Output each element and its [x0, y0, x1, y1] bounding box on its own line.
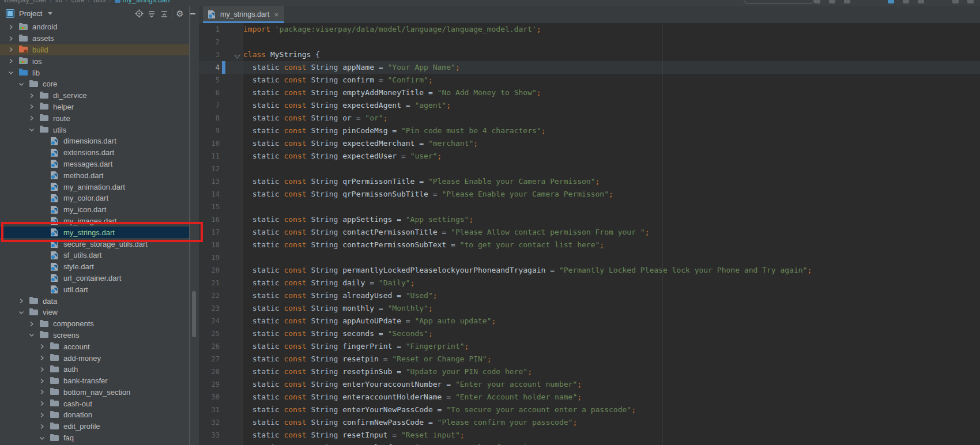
tree-item-account[interactable]: account [0, 341, 189, 352]
code-line-24[interactable]: 24 static const String appAutoUPdate = "… [199, 315, 980, 327]
chevron-down-icon[interactable] [29, 332, 35, 338]
chevron-down-icon[interactable] [48, 12, 52, 15]
breadcrumb-segment[interactable]: utils [93, 0, 105, 4]
code-line-27[interactable]: 27 static const String resetpin = "Reset… [199, 353, 980, 365]
tree-item-donation[interactable]: donation [0, 409, 189, 421]
chevron-right-icon[interactable] [39, 424, 45, 429]
tree-item-build[interactable]: build [0, 44, 189, 56]
code-line-25[interactable]: 25 static const String seconds = "Second… [199, 327, 980, 340]
fold-marker-icon[interactable] [234, 52, 240, 61]
code-line-20[interactable]: 20 static const String permantlyLockedPl… [199, 264, 980, 277]
code-line-1[interactable]: 1import 'package:viserpay/data/model/lan… [199, 23, 980, 36]
breadcrumb-segment[interactable]: core [71, 0, 84, 4]
chevron-down-icon[interactable] [39, 435, 45, 441]
code-line-13[interactable]: 13 static const String qrPermissonTitle … [199, 175, 980, 188]
code-line-15[interactable]: 15 [199, 201, 980, 213]
tree-item-url-container-dart[interactable]: url_container.dart [0, 273, 189, 284]
chevron-right-icon[interactable] [39, 389, 45, 395]
tree-item-di-service[interactable]: di_service [0, 90, 189, 101]
code-line-28[interactable]: 28 static const String resetpinSub = "Up… [199, 365, 980, 378]
tree-item-core[interactable]: core [0, 78, 189, 90]
code-line-14[interactable]: 14 static const String qrPermissonSubTit… [199, 188, 980, 201]
code-line-8[interactable]: 8 static const String or = "or"; [199, 112, 980, 125]
expand-all-button[interactable] [145, 7, 158, 20]
tree-item-components[interactable]: components [0, 318, 189, 330]
chevron-right-icon[interactable] [39, 355, 45, 361]
code-line-3[interactable]: 3class MyStrings { [199, 48, 980, 61]
tree-item-my-color-dart[interactable]: my_color.dart [0, 193, 189, 204]
tree-item-data[interactable]: data [0, 295, 189, 307]
tree-item-lib[interactable]: lib [0, 67, 189, 78]
tree-item-auth[interactable]: auth [0, 364, 189, 375]
stop-button-icon[interactable] [903, 0, 909, 3]
tab-my-strings-dart[interactable]: my_strings.dart × [203, 6, 284, 23]
tree-item-utils[interactable]: utils [0, 124, 189, 135]
breadcrumb-segment[interactable]: lib [55, 0, 62, 4]
tree-item-edit-profile[interactable]: edit_profile [0, 421, 189, 432]
code-line-12[interactable]: 12 [199, 163, 980, 175]
tree-item-bank-transfer[interactable]: bank-transfer [0, 375, 189, 387]
tree-item-bottom-nav-section[interactable]: bottom_nav_section [0, 387, 189, 398]
chevron-right-icon[interactable] [39, 401, 45, 406]
code-line-11[interactable]: 11 static const String expectedUser = "u… [199, 150, 980, 163]
tree-item-secure-storage-utils-dart[interactable]: secure_storage_utils.dart [0, 238, 189, 250]
tree-item-ios[interactable]: ios [0, 55, 189, 67]
project-panel-title[interactable]: Project [19, 9, 42, 18]
chevron-right-icon[interactable] [8, 47, 14, 52]
code-line-23[interactable]: 23 static const String monthly = "Monthl… [199, 302, 980, 315]
chevron-down-icon[interactable] [18, 81, 24, 87]
chevron-down-icon[interactable] [29, 127, 35, 133]
tree-item-faq[interactable]: faq [0, 432, 189, 444]
code-line-10[interactable]: 10 static const String expectedMerchant … [199, 137, 980, 150]
chevron-right-icon[interactable] [8, 36, 14, 42]
chevron-right-icon[interactable] [39, 344, 45, 349]
breadcrumb[interactable]: viserpay_user/lib/core/utils/my_strings.… [3, 0, 170, 4]
chevron-right-icon[interactable] [29, 104, 35, 110]
tree-item-messages-dart[interactable]: messages.dart [0, 159, 189, 170]
run-button-icon[interactable] [814, 0, 820, 3]
profile-button-icon[interactable] [844, 0, 850, 3]
tree-item-my-images-dart[interactable]: my_images.dart [0, 216, 189, 227]
code-line-5[interactable]: 5 static const String confirm = "Confirm… [199, 74, 980, 86]
tree-item-route[interactable]: route [0, 112, 189, 124]
code-line-22[interactable]: 22 static const String alreadyUsed = "Us… [199, 289, 980, 302]
tree-item-android[interactable]: android [0, 21, 189, 33]
tree-item-dimensions-dart[interactable]: dimensions.dart [0, 135, 189, 147]
chevron-right-icon[interactable] [29, 93, 35, 99]
debug-button-icon[interactable] [829, 0, 835, 3]
code-line-33[interactable]: 33 static const String resetInput = "Res… [199, 429, 980, 442]
settings-toolbar-icon[interactable] [967, 0, 974, 3]
chevron-right-icon[interactable] [18, 298, 24, 304]
tree-item-my-animation-dart[interactable]: my_animation.dart [0, 181, 189, 193]
chevron-right-icon[interactable] [29, 321, 35, 327]
code-line-32[interactable]: 32 static const String confirmNewPassCod… [199, 416, 980, 429]
chevron-down-icon[interactable] [18, 310, 24, 315]
attach-debugger-icon[interactable] [888, 0, 894, 3]
code-line-21[interactable]: 21 static const String daily = "Daily"; [199, 277, 980, 289]
breadcrumb-file[interactable]: my_strings.dart [123, 0, 170, 4]
code-line-29[interactable]: 29 static const String enterYouraccountN… [199, 378, 980, 391]
chevron-right-icon[interactable] [29, 115, 35, 121]
tree-item-style-dart[interactable]: style.dart [0, 261, 189, 273]
code-line-4[interactable]: 4 static const String appName = "Your Ap… [199, 61, 980, 74]
code-line-17[interactable]: 17 static const String contactPermissonT… [199, 226, 980, 239]
tree-item-assets[interactable]: assets [0, 33, 189, 44]
code-line-9[interactable]: 9 static const String pinCodeMsg = "Pin … [199, 125, 980, 137]
code-line-6[interactable]: 6 static const String emptyAddMoneyTitle… [199, 86, 980, 99]
tree-item-my-strings-dart[interactable]: my_strings.dart [0, 227, 189, 238]
tree-item-view[interactable]: view [0, 307, 189, 318]
code-line-26[interactable]: 26 static const String fingerPrint = "Fi… [199, 340, 980, 353]
tree-item-my-icon-dart[interactable]: my_icon.dart [0, 204, 189, 216]
tree-item-cash-out[interactable]: cash-out [0, 398, 189, 409]
chevron-right-icon[interactable] [39, 367, 45, 372]
chevron-right-icon[interactable] [39, 412, 45, 418]
chevron-right-icon[interactable] [8, 24, 14, 30]
locate-file-button[interactable] [133, 7, 145, 20]
breadcrumb-segment[interactable]: viserpay_user [3, 0, 47, 4]
chevron-down-icon[interactable] [8, 70, 14, 76]
tree-item-screens[interactable]: screens [0, 330, 189, 341]
tree-item-helper[interactable]: helper [0, 101, 189, 113]
device-selector[interactable]: main.dart [744, 0, 814, 3]
hide-panel-button[interactable] [186, 7, 199, 20]
project-scrollbar-thumb[interactable] [192, 291, 196, 337]
